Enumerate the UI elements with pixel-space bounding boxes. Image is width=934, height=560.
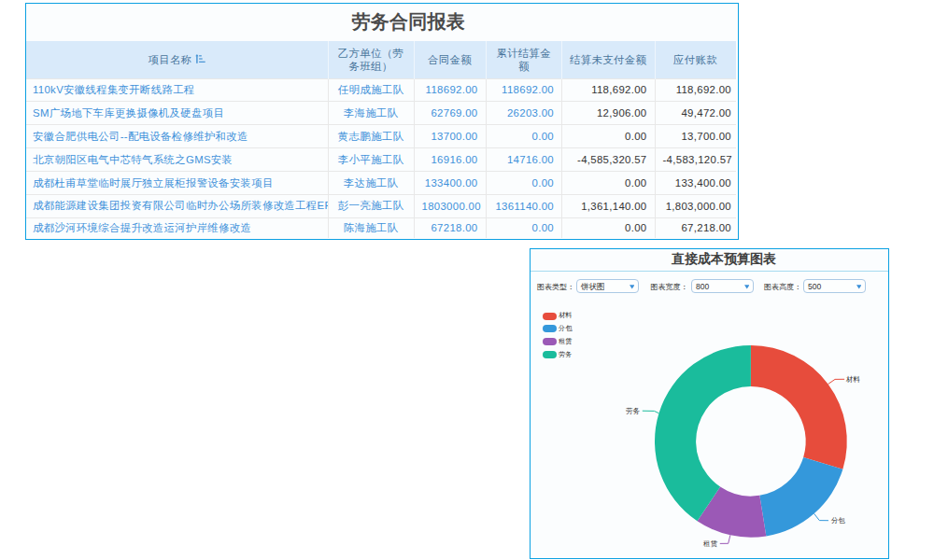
svg-text:劳务: 劳务	[626, 406, 641, 414]
svg-text:材料: 材料	[845, 374, 860, 383]
svg-text:分包: 分包	[830, 516, 844, 525]
svg-text:租赁: 租赁	[703, 539, 718, 547]
